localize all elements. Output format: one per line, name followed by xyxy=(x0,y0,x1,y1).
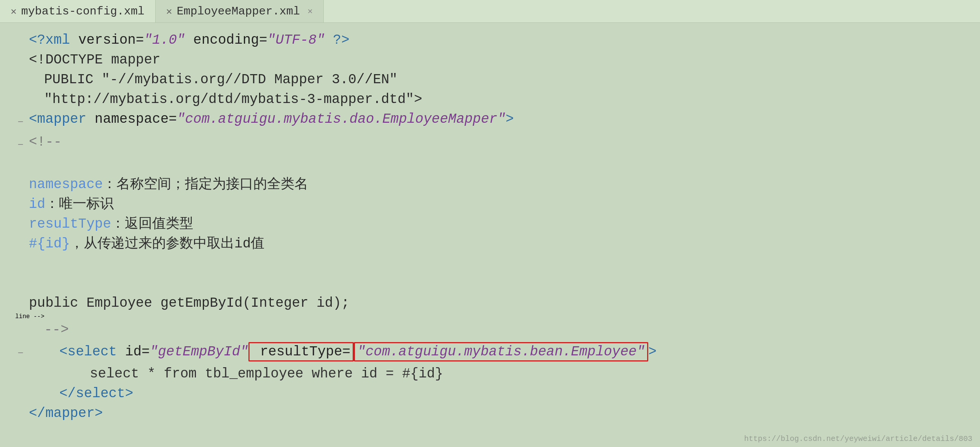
line-content-6: <!-- xyxy=(29,132,965,152)
mapper-close-tag: </mapper> xyxy=(29,406,103,421)
fold-marker-public xyxy=(15,293,26,296)
line-content-1: <?xml version="1.0" encoding="UTF-8" ?> xyxy=(29,30,965,50)
tab-mybatis-config[interactable]: ✕ mybatis-config.xml xyxy=(0,0,156,22)
line-content-mapper-close: </mapper> xyxy=(29,404,965,423)
fold-marker-sql xyxy=(15,364,26,367)
line-content-comment-close: --> xyxy=(29,320,965,340)
xml-encoding-val: "UTF-8" xyxy=(267,32,325,48)
hashid-label: #{id} xyxy=(29,236,70,252)
watermark: https://blog.csdn.net/yeyweiwi/article/d… xyxy=(744,434,972,443)
code-line-mapper-close: </mapper> xyxy=(15,404,965,423)
fold-marker-1 xyxy=(15,30,26,33)
line-content-public: public Employee getEmpById(Integer id); xyxy=(29,293,965,313)
resulttype-label: resultType xyxy=(29,216,111,232)
code-line-2: <!DOCTYPE mapper xyxy=(15,50,965,70)
code-line-5: − <mapper namespace="com.atguigu.mybatis… xyxy=(15,109,965,132)
select-tag-close: > xyxy=(648,344,657,360)
code-line-3: PUBLIC "-//mybatis.org//DTD Mapper 3.0//… xyxy=(15,70,965,90)
hashid-comment: ，从传递过来的参数中取出id值 xyxy=(70,236,264,252)
tab-employee-mapper[interactable]: ✕ EmployeeMapper.xml ✕ xyxy=(156,0,324,22)
xml-open-bracket: <?xml xyxy=(29,32,78,48)
mapper-tag-open: <mapper xyxy=(29,111,95,127)
editor-container: ✕ mybatis-config.xml ✕ EmployeeMapper.xm… xyxy=(0,0,980,447)
fold-marker-comment-close xyxy=(15,320,26,323)
xml-close-bracket: ?> xyxy=(325,32,350,48)
fold-marker-rt xyxy=(15,214,26,217)
fold-marker-ns xyxy=(15,175,26,178)
line-content-2: <!DOCTYPE mapper xyxy=(29,50,965,70)
mapper-tag-close: > xyxy=(506,111,514,127)
fold-marker-mapper-close xyxy=(15,404,26,407)
public-text: PUBLIC "-//mybatis.org//DTD Mapper 3.0//… xyxy=(44,72,398,87)
select-rt-attr: resultType= xyxy=(252,344,350,360)
line-content-select: <select id="getEmpById" resultType="com.… xyxy=(29,342,965,362)
fold-marker-2 xyxy=(15,50,26,53)
code-line-resulttype: resultType：返回值类型 xyxy=(15,214,965,234)
empty-line-3 xyxy=(15,274,965,293)
tab-icon-mybatis: ✕ xyxy=(11,5,17,17)
code-line-id: id：唯一标识 xyxy=(15,195,965,214)
code-line-select: − <select id="getEmpById" resultType="co… xyxy=(15,340,965,364)
tab-bar: ✕ mybatis-config.xml ✕ EmployeeMapper.xm… xyxy=(0,0,980,23)
code-line-4: "http://mybatis.org/dtd/mybatis-3-mapper… xyxy=(15,90,965,109)
code-line-6: − <!-- xyxy=(15,132,965,155)
id-label: id xyxy=(29,197,45,212)
line-content-4: "http://mybatis.org/dtd/mybatis-3-mapper… xyxy=(29,90,965,109)
resulttype-highlight-box: resultType= xyxy=(248,342,354,361)
select-id-val: "getEmpById" xyxy=(150,344,248,360)
fold-marker-select-close xyxy=(15,384,26,387)
id-comment: ：唯一标识 xyxy=(45,197,114,212)
tab-icon-mapper: ✕ xyxy=(166,5,172,17)
code-area[interactable]: <?xml version="1.0" encoding="UTF-8" ?> … xyxy=(0,23,980,447)
code-line-select-close: </select> xyxy=(15,384,965,404)
line-content-sql: select * from tbl_employee where id = #{… xyxy=(29,364,965,384)
xml-version-attr: version= xyxy=(78,32,144,48)
line-content-5: <mapper namespace="com.atguigu.mybatis.d… xyxy=(29,109,965,129)
dtd-url-text: "http://mybatis.org/dtd/mybatis-3-mapper… xyxy=(44,92,422,107)
resulttype-value-highlight-box: "com.atguigu.mybatis.bean.Employee" xyxy=(354,342,648,361)
select-rt-val: "com.atguigu.mybatis.bean.Employee" xyxy=(357,344,645,360)
fold-marker-4 xyxy=(15,90,26,93)
select-id-attr: id= xyxy=(125,344,150,360)
empty-line-1 xyxy=(15,155,965,175)
line-content-rt: resultType：返回值类型 xyxy=(29,214,965,234)
fold-marker-hashid xyxy=(15,234,26,237)
sql-query: select * from tbl_employee where id = #{… xyxy=(90,366,443,382)
line-content-ns: namespace：名称空间；指定为接口的全类名 xyxy=(29,175,965,195)
code-line-namespace: namespace：名称空间；指定为接口的全类名 xyxy=(15,175,965,195)
line-content-id: id：唯一标识 xyxy=(29,195,965,214)
resulttype-comment: ：返回值类型 xyxy=(111,216,193,232)
select-close-tag: </select> xyxy=(59,386,133,401)
empty-line-2 xyxy=(15,254,965,274)
line-content-3: PUBLIC "-//mybatis.org//DTD Mapper 3.0//… xyxy=(29,70,965,90)
code-line-public: public Employee getEmpById(Integer id); xyxy=(15,293,965,313)
select-tag-open: <select xyxy=(59,344,125,360)
fold-marker-3 xyxy=(15,70,26,73)
tab-label-mybatis: mybatis-config.xml xyxy=(21,5,145,18)
fold-marker-id xyxy=(15,195,26,198)
code-line-1: <?xml version="1.0" encoding="UTF-8" ?> xyxy=(15,30,965,50)
fold-marker-select: − xyxy=(15,341,26,363)
fold-marker-6: − xyxy=(15,132,26,155)
xml-encoding-attr: encoding= xyxy=(185,32,267,48)
fold-marker-5: − xyxy=(15,109,26,132)
namespace-attr: namespace= xyxy=(95,111,177,127)
line-content-hashid: #{id}，从传递过来的参数中取出id值 xyxy=(29,234,965,254)
tab-label-mapper: EmployeeMapper.xml xyxy=(177,5,300,18)
comment-close: --> xyxy=(44,322,69,338)
code-line-comment-close: --> xyxy=(15,320,965,340)
xml-version-val: "1.0" xyxy=(144,32,185,48)
namespace-label: namespace xyxy=(29,177,103,192)
namespace-comment: ：名称空间；指定为接口的全类名 xyxy=(103,177,308,192)
line-content-select-close: </select> xyxy=(29,384,965,404)
code-line-hashid: #{id}，从传递过来的参数中取出id值 xyxy=(15,234,965,254)
public-method-text: public Employee getEmpById(Integer id); xyxy=(29,295,350,311)
comment-open: <!-- xyxy=(29,134,62,150)
doctype-text: <!DOCTYPE mapper xyxy=(29,52,161,68)
namespace-val: "com.atguigu.mybatis.dao.EmployeeMapper" xyxy=(177,111,506,127)
code-line-sql: select * from tbl_employee where id = #{… xyxy=(15,364,965,384)
tab-close-icon[interactable]: ✕ xyxy=(307,6,312,16)
